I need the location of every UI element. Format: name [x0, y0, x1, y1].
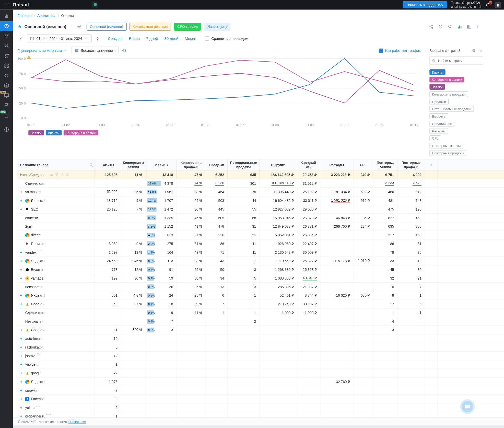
menu-icon[interactable] [5, 2, 9, 7]
table-row[interactable]: +fFacebook8 [18, 395, 504, 403]
breadcrumb-item[interactable]: Главная [18, 14, 32, 18]
sidebar-item-integrations[interactable] [0, 80, 13, 90]
cell-value[interactable]: 1 019 ₽ [358, 259, 370, 263]
next-period-button[interactable] [95, 35, 101, 42]
expand-plus[interactable]: + [20, 388, 24, 393]
sidebar-item-whats-new[interactable]: new [0, 110, 13, 120]
table-row[interactable]: +vu.ygeruq1 [18, 360, 504, 369]
expand-plus[interactable]: + [20, 354, 24, 358]
table-row[interactable]: +Яндекс.Д24 5600.46 %0.8%11338 %4311 110… [18, 257, 504, 265]
table-row[interactable]: Прямые з3 0329 %2.0%27531 %86111 926 960… [18, 240, 504, 248]
chat-widget-button[interactable] [460, 399, 475, 414]
column-header[interactable]: CPL [354, 159, 373, 170]
cell-value[interactable]: 300 % [132, 328, 142, 332]
table-row[interactable]: Сделки с неч0.1%911 %1111 000 ₽11 000 ₽1… [18, 309, 504, 317]
metric-chip[interactable]: Выручка [429, 113, 448, 119]
metrics-list-icon[interactable] [471, 48, 475, 52]
column-header[interactable]: Заявки▼ [146, 159, 177, 170]
report-selector[interactable]: Основной (изменен) [25, 24, 73, 29]
table-row[interactable]: +spravker7 [18, 386, 504, 395]
sidebar-item-analytics[interactable] [0, 11, 13, 21]
add-report-button[interactable]: + [476, 24, 479, 29]
report-tab[interactable]: СЕО трафик [174, 22, 201, 30]
search-icon[interactable] [448, 24, 452, 29]
quick-range-link[interactable]: 7 дней [146, 36, 158, 41]
user-avatar[interactable] [495, 2, 501, 8]
expand-plus[interactable]: + [20, 293, 24, 298]
table-row[interactable]: +yell.ruUTM2 [18, 403, 504, 412]
compare-checkbox[interactable] [205, 37, 209, 41]
expand-plus[interactable]: + [20, 405, 24, 410]
notifications-bell-icon[interactable]: 5 [485, 2, 490, 7]
support-button[interactable]: Написать в поддержку [403, 1, 447, 8]
sidebar-item-lead-hunter[interactable]: beta [0, 90, 13, 100]
cell-value[interactable]: 3 230 [215, 181, 224, 186]
table-row[interactable]: direct4.6%61337 %226215 852 001 ₽25 894 … [18, 231, 504, 240]
column-header[interactable]: Продажи [206, 159, 228, 170]
metric-chip[interactable]: Конверсия в продажи [429, 91, 468, 97]
table-view-icon[interactable] [467, 24, 472, 29]
expand-plus[interactable]: + [20, 207, 24, 212]
roistat-site-link[interactable]: Roistat.com [68, 420, 86, 424]
column-header[interactable]: Визиты [95, 159, 121, 170]
table-row[interactable]: +yamaps19930 %0.4%5958 %3451 388 858 ₽40… [18, 274, 504, 283]
share-icon[interactable] [428, 24, 433, 29]
chart-view-icon[interactable] [457, 24, 462, 29]
expand-plus[interactable]: + [20, 328, 24, 332]
sidebar-item-funnels[interactable] [0, 31, 13, 41]
chart-plot-area[interactable] [28, 56, 417, 122]
table-row[interactable]: Итого/Среднее125 69611 %13 41847 %6 2526… [18, 171, 504, 179]
metric-chip-selected[interactable]: Заявки [429, 84, 445, 90]
table-row[interactable]: +Визиты с77312 %0.7%9155 %5031 268 389 ₽… [18, 265, 504, 274]
expand-plus[interactable]: + [20, 276, 24, 281]
table-row[interactable]: +auto-firmika10 [18, 334, 504, 343]
sidebar-item-catalog[interactable] [0, 61, 13, 71]
expand-plus[interactable]: + [20, 345, 24, 350]
expand-plus[interactable]: + [20, 371, 24, 375]
warning-icon[interactable] [27, 55, 31, 60]
expand-plus[interactable]: + [20, 362, 24, 367]
legend-chip[interactable]: Заявки [28, 130, 44, 135]
sidebar-item-orders[interactable] [0, 51, 13, 61]
quick-range-link[interactable]: 30 дней [165, 36, 179, 41]
cell-value[interactable]: 55 296 [107, 190, 118, 194]
table-row[interactable]: 2gis8.6%1 15241 %4783112 849 073 ₽26 881… [18, 222, 504, 231]
group-by-dropdown[interactable]: Группировать по месяцам [18, 49, 67, 52]
cell-value[interactable]: 3 233 [385, 181, 394, 186]
column-header[interactable]: Выручка [260, 159, 297, 170]
sidebar-item-reports[interactable] [0, 21, 13, 31]
expand-plus[interactable]: + [20, 336, 24, 341]
metric-chip[interactable]: Средний чек [429, 121, 454, 127]
table-row[interactable]: +razborka.org5 [18, 343, 504, 352]
table-row[interactable]: +Яндекс.Д18 7129 %12.7%1 70729 %5034416 … [18, 196, 504, 205]
cell-value[interactable]: 1 561 323 ₽ [331, 198, 350, 203]
date-range-button[interactable]: 01 янв. 2024 - 31 дек. 2024 [27, 34, 92, 42]
sidebar-item-experiments[interactable] [0, 100, 13, 110]
refresh-icon[interactable] [438, 24, 443, 29]
breadcrumb-item[interactable]: Аналитика [37, 14, 55, 18]
table-row[interactable]: +Яндекс.Д5014.8 %0.2%2425 %6152 461 ₽8 7… [18, 291, 504, 300]
quick-range-link[interactable]: Месяц [185, 36, 196, 41]
logo[interactable]: Roistat [13, 2, 29, 7]
column-header[interactable]: Конверсия в продажи [177, 159, 206, 170]
metric-chip[interactable]: Потенциальные продажи [429, 106, 474, 112]
cell-value[interactable]: 2 529 [413, 181, 421, 186]
legend-chip[interactable]: Конверсия в заявки [64, 130, 99, 135]
table-row[interactable]: Сделки, созд32.6%4 37974 %3 230301100 16… [18, 179, 504, 188]
column-header[interactable]: Расходы [320, 159, 354, 170]
expand-plus[interactable]: + [20, 190, 24, 194]
column-header[interactable]: Название канала [18, 159, 95, 170]
table-row[interactable]: +Google A4937 %0.1%1839 %7210 748 ₽30 10… [18, 300, 504, 309]
metric-chip-selected[interactable]: Визиты [429, 69, 445, 75]
expand-plus[interactable]: + [20, 302, 24, 306]
column-header[interactable]: Повторные продажи [397, 159, 425, 170]
table-row[interactable]: +jspravUTM12 [18, 352, 504, 360]
metric-chip[interactable]: Расходы [429, 128, 448, 134]
metric-chip[interactable]: CPL [429, 135, 441, 141]
expand-plus[interactable]: + [20, 259, 24, 263]
report-settings-gear-icon[interactable] [76, 24, 81, 29]
cell-value[interactable]: 100 169 118 ₽ [271, 181, 294, 186]
how-it-works-link[interactable]: i Как работает график [379, 48, 420, 52]
table-row[interactable]: +Яндекс.Д1 07832 760 ₽ [18, 378, 504, 386]
expand-plus[interactable]: + [20, 250, 24, 255]
